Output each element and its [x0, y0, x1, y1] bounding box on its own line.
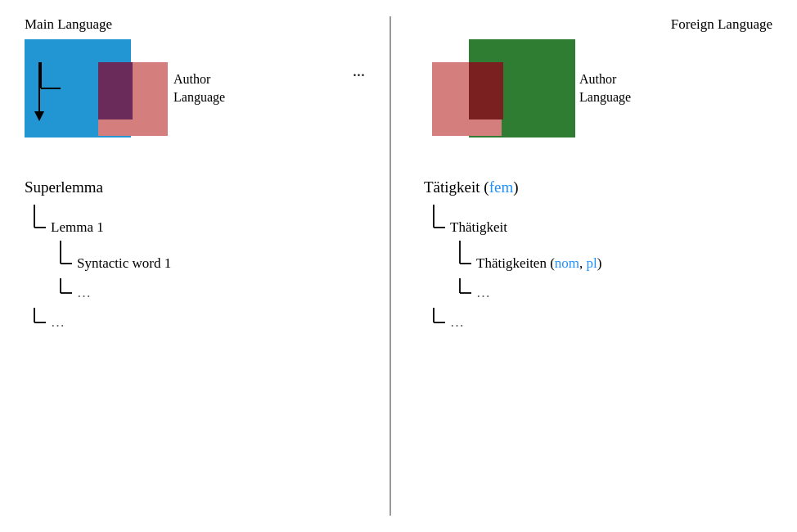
branch-icon-dots4: [430, 308, 447, 332]
foreign-language-label: Foreign Language: [671, 16, 772, 33]
foreign-lang-header-row: Foreign Language: [424, 16, 772, 39]
taetigkeit-tree: Tätigkeit (fem) Thätigkeit: [424, 178, 601, 332]
author-language-label-left: AuthorLanguage: [173, 70, 225, 106]
main-language-label: Main Language: [25, 16, 344, 33]
branch-icon-dots3: [457, 278, 473, 303]
branch-icon-syntactic: [57, 241, 74, 277]
dots-thaetigkeiten: …: [476, 285, 490, 301]
tree-body-right: Thätigkeit Thätigkeiten (nom,: [430, 205, 601, 332]
thaetigkeiten-row: Thätigkeiten (nom, pl): [457, 241, 601, 277]
lemma1-label: Lemma 1: [51, 219, 171, 236]
taetigkeit-fem-label: fem: [489, 178, 514, 196]
dark-purple-box: [98, 62, 133, 119]
thaetigkeiten-label: Thätigkeiten (nom, pl): [476, 255, 601, 272]
nom-label: nom: [555, 255, 579, 271]
branch-icon-lemma1: [31, 205, 47, 241]
author-language-label-right: AuthorLanguage: [579, 70, 631, 106]
branch-icon-thaetigkeiten: [457, 241, 473, 277]
syntactic-word-label: Syntactic word 1: [77, 255, 171, 272]
left-panel: Main Language: [25, 16, 389, 516]
pl-label: pl: [587, 255, 597, 271]
right-panel: Foreign Language AuthorLanguage Tätigkei…: [389, 16, 772, 516]
tree-root-taetigkeit: Tätigkeit (fem): [424, 178, 601, 196]
lemma1-children: Syntactic word 1 …: [57, 241, 171, 303]
thaetigkeit-label: Thätigkeit: [450, 219, 601, 236]
taetigkeit-root-label: Tätigkeit: [424, 178, 480, 196]
dots-separator: ...: [344, 61, 373, 80]
thaetigkeit-row: Thätigkeit Thätigkeiten (nom,: [430, 205, 601, 303]
down-arrow-icon: [31, 62, 47, 128]
tree-root-superlemma: Superlemma: [25, 178, 171, 196]
main-diagram: Main Language: [0, 0, 797, 532]
dots-syntactic: …: [77, 285, 91, 301]
dots-syntactic-row: …: [57, 278, 171, 303]
taetigkeit-root-paren-close: ): [513, 178, 518, 196]
dots-thaetigkeit: …: [450, 314, 464, 331]
superlemma-tree: Superlemma Lemma 1: [25, 178, 171, 332]
svg-marker-3: [34, 111, 44, 121]
right-boxes: AuthorLanguage: [424, 39, 653, 166]
dots-lemma-row: …: [31, 308, 171, 332]
syntactic-word-row: Syntactic word 1: [57, 241, 171, 277]
thaetigkeit-children: Thätigkeiten (nom, pl) …: [457, 241, 601, 303]
tree-body-left: Lemma 1 Syntactic word 1: [31, 205, 171, 332]
dots-thaetigkeiten-row: …: [457, 278, 601, 303]
dots-lemma: …: [51, 314, 65, 331]
branch-icon-dots2: [31, 308, 47, 332]
branch-icon-thaetigkeit: [430, 205, 447, 241]
dots-thaetigkeit-row: …: [430, 308, 601, 332]
branch-icon-dots1: [57, 278, 74, 303]
lemma1-row: Lemma 1 Syntactic word 1: [31, 205, 171, 303]
dark-red-box: [469, 62, 503, 119]
